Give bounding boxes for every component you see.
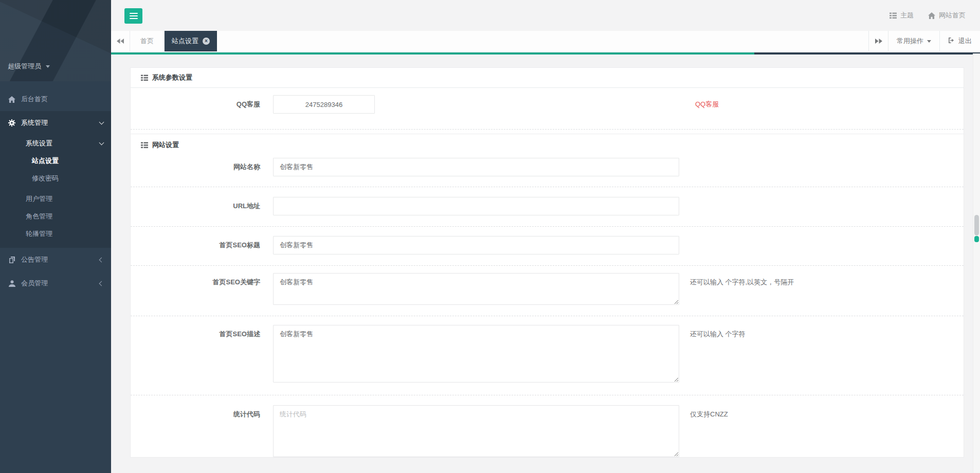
- close-icon[interactable]: ×: [203, 38, 210, 45]
- topbar: 主题 网站首页: [111, 0, 980, 31]
- field-hint: 还可以输入 个字符: [690, 325, 746, 343]
- field-label: QQ客服: [131, 95, 260, 114]
- tabs-scroll-right-button[interactable]: [868, 31, 888, 51]
- sidebar-item-label: 用户管理: [26, 194, 52, 204]
- profile-menu[interactable]: 超级管理员: [8, 62, 50, 71]
- sidebar-item-user-mgmt[interactable]: 用户管理: [0, 190, 111, 208]
- tabs-scroll-left-button[interactable]: [111, 31, 130, 51]
- sidebar-nav: 后台首页 系统管理 系统设置 站点设置 修改密码: [0, 81, 111, 295]
- form-row-stats-code: 统计代码 仅支持CNZZ: [131, 395, 964, 457]
- form-row-seo-desc: 首页SEO描述 创客新零售 还可以输入 个字符: [131, 316, 964, 395]
- field-hint: 仅支持CNZZ: [690, 405, 728, 424]
- chevron-left-icon: [99, 281, 104, 286]
- logout-button[interactable]: 退出: [939, 31, 980, 51]
- double-left-arrow-icon: [117, 39, 124, 44]
- sidebar-item-notice-mgmt[interactable]: 公告管理: [0, 248, 111, 271]
- form-row-site-name: 网站名称: [131, 155, 964, 187]
- site-name-input[interactable]: [273, 158, 679, 176]
- panel-system-params: 系统参数设置 QQ客服 QQ客服: [130, 67, 964, 134]
- tab-home[interactable]: 首页: [130, 31, 165, 51]
- sidebar-item-system-settings[interactable]: 系统设置: [0, 135, 111, 152]
- stats-code-textarea[interactable]: [273, 405, 679, 457]
- common-actions-label: 常用操作: [897, 37, 923, 46]
- scrollbar-thumb[interactable]: [974, 215, 979, 235]
- tab-label: 首页: [140, 37, 154, 46]
- theme-link[interactable]: 主题: [890, 11, 914, 20]
- panel-header: 网站设置: [131, 134, 964, 155]
- tabbar: 首页 站点设置 × 常用操作 退出: [111, 31, 980, 51]
- sidebar-item-system-mgmt[interactable]: 系统管理: [0, 111, 111, 135]
- sidebar-item-label: 系统管理: [21, 118, 48, 128]
- sign-out-icon: [948, 37, 955, 45]
- scrollbar-teal-marker: [974, 236, 979, 242]
- field-label: 统计代码: [131, 405, 260, 424]
- panel-title: 系统参数设置: [152, 73, 192, 82]
- caret-down-icon: [927, 40, 931, 43]
- chevron-down-icon: [99, 120, 104, 125]
- panel-title: 网站设置: [152, 140, 179, 150]
- sidebar-item-site-settings[interactable]: 站点设置: [0, 152, 111, 170]
- list-icon: [141, 75, 148, 81]
- field-label: URL地址: [131, 197, 260, 215]
- field-label: 首页SEO关键字: [131, 273, 260, 292]
- chevron-left-icon: [99, 257, 104, 262]
- sidebar-item-member-mgmt[interactable]: 会员管理: [0, 271, 111, 295]
- sidebar-item-label: 角色管理: [26, 212, 52, 221]
- home-icon: [8, 96, 16, 103]
- sidebar: 超级管理员 后台首页 系统管理 系统设置: [0, 0, 111, 473]
- theme-label: 主题: [900, 11, 914, 20]
- logout-label: 退出: [958, 37, 972, 46]
- caret-down-icon: [46, 65, 50, 68]
- sidebar-item-role-mgmt[interactable]: 角色管理: [0, 208, 111, 225]
- sidebar-item-label: 系统设置: [26, 139, 52, 148]
- seo-title-input[interactable]: [273, 236, 679, 254]
- scrollbar-track[interactable]: [973, 53, 980, 473]
- double-right-arrow-icon: [875, 39, 882, 44]
- url-input[interactable]: [273, 197, 679, 215]
- sidebar-group-system: 系统管理 系统设置 站点设置 修改密码 用户管理 角色管理: [0, 111, 111, 248]
- sidebar-toggle-button[interactable]: [124, 8, 142, 24]
- home-icon: [928, 12, 935, 19]
- seo-keywords-textarea[interactable]: 创客新零售: [273, 273, 679, 305]
- sidebar-item-label: 公告管理: [21, 254, 48, 265]
- field-label: 首页SEO描述: [131, 325, 260, 343]
- tab-label: 站点设置: [172, 37, 198, 46]
- main-content: 系统参数设置 QQ客服 QQ客服 网站设置 网站名称: [111, 54, 980, 473]
- form-row-qq: QQ客服 QQ客服: [131, 88, 964, 130]
- profile-area: 超级管理员: [0, 0, 111, 81]
- sidebar-item-label: 站点设置: [32, 156, 59, 166]
- sidebar-item-label: 会员管理: [21, 278, 48, 288]
- field-hint: 还可以输入 个字符,以英文，号隔开: [690, 273, 794, 292]
- topbar-right: 主题 网站首页: [890, 11, 966, 20]
- user-icon: [8, 280, 16, 287]
- sidebar-item-dashboard[interactable]: 后台首页: [0, 87, 111, 111]
- sidebar-item-change-password[interactable]: 修改密码: [0, 170, 111, 187]
- tab-site-settings[interactable]: 站点设置 ×: [165, 31, 217, 51]
- copy-icon: [8, 257, 16, 263]
- qq-service-link[interactable]: QQ客服: [695, 95, 719, 114]
- site-home-link[interactable]: 网站首页: [928, 11, 966, 20]
- form-row-url: URL地址: [131, 187, 964, 227]
- panel-website-settings: 网站设置 网站名称 URL地址 首页SEO标题: [130, 134, 964, 458]
- gear-icon: [8, 119, 16, 126]
- field-label: 网站名称: [131, 158, 260, 176]
- chevron-down-icon: [99, 140, 104, 145]
- site-home-label: 网站首页: [939, 11, 966, 20]
- sidebar-item-carousel-mgmt[interactable]: 轮播管理: [0, 225, 111, 243]
- sidebar-item-label: 后台首页: [21, 94, 48, 104]
- profile-name: 超级管理员: [8, 62, 41, 71]
- form-row-seo-keywords: 首页SEO关键字 创客新零售 还可以输入 个字符,以英文，号隔开: [131, 266, 964, 316]
- theme-list-icon: [890, 12, 897, 19]
- list-icon: [141, 142, 148, 149]
- qq-service-input[interactable]: [273, 95, 375, 114]
- form-row-seo-title: 首页SEO标题: [131, 227, 964, 266]
- seo-description-textarea[interactable]: 创客新零售: [273, 325, 679, 383]
- tabbar-right: 常用操作 退出: [868, 31, 980, 51]
- panel-header: 系统参数设置: [131, 68, 964, 88]
- app-root: 超级管理员 后台首页 系统管理 系统设置: [0, 0, 980, 473]
- common-actions-dropdown[interactable]: 常用操作: [888, 31, 939, 51]
- sidebar-item-label: 修改密码: [32, 174, 59, 183]
- sidebar-item-label: 轮播管理: [26, 229, 52, 239]
- field-label: 首页SEO标题: [131, 236, 260, 254]
